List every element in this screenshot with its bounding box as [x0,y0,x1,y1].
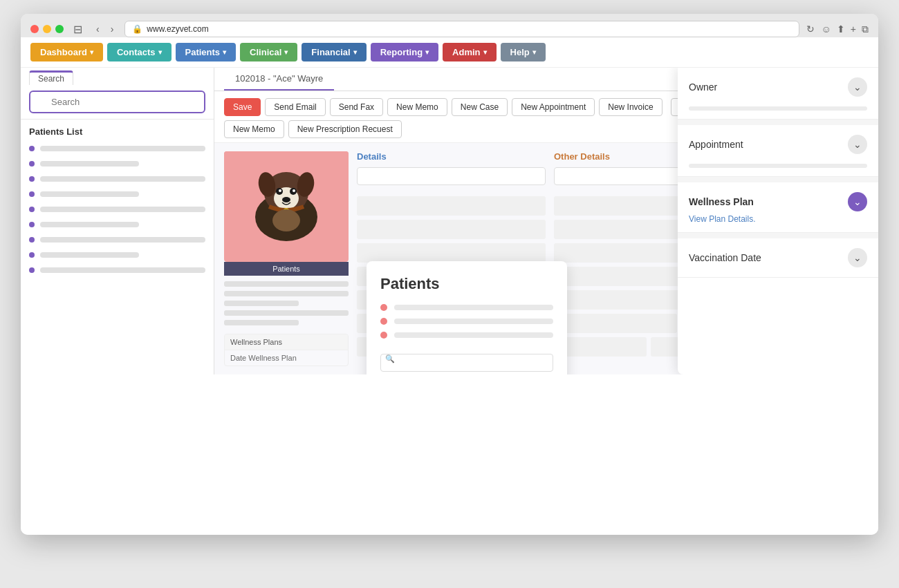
nav-clinical[interactable]: Clinical ▾ [240,43,297,61]
account-button[interactable]: ☺ [822,23,831,35]
appointment-collapse-button[interactable]: ⌄ [848,135,867,154]
list-item[interactable] [21,156,214,171]
sidebar-toggle-button[interactable]: ⊟ [71,21,85,37]
owner-header[interactable]: Owner ⌄ [678,68,878,106]
owner-title: Owner [689,82,717,93]
new-appointment-button[interactable]: New Appointment [512,98,595,116]
nav-admin-label: Admin [452,47,480,57]
nav-dashboard-label: Dashboard [40,47,87,57]
send-fax-button[interactable]: Send Fax [330,98,383,116]
field-row [357,196,546,216]
panel-gap [678,120,878,125]
patient-tab[interactable]: 102018 - "Ace" Wayre [224,68,334,91]
forward-button[interactable]: › [106,22,118,36]
admin-arrow: ▾ [483,48,487,56]
nav-patients[interactable]: Patients ▾ [176,43,237,61]
reload-button[interactable]: ↻ [806,23,815,35]
patient-line [40,176,205,182]
search-input[interactable] [29,91,205,113]
dog-svg [224,151,349,248]
patient-dot [29,237,35,243]
popup-search-input[interactable] [380,354,553,372]
new-case-button[interactable]: New Case [452,98,508,116]
owner-section: Owner ⌄ [678,68,878,120]
dog-image [224,151,349,262]
help-arrow: ▾ [532,48,536,56]
popup-line [394,319,553,324]
financial-arrow: ▾ [353,48,357,56]
list-item[interactable] [21,217,214,232]
patients-list-title: Patients List [21,120,214,141]
vaccination-collapse-button[interactable]: ⌄ [848,248,867,267]
nav-financial-label: Financial [311,47,350,57]
new-tab-button[interactable]: + [851,23,856,35]
contacts-arrow: ▾ [158,48,162,56]
dog-image-block: Patients Wellness Plans Date Wellness Pl… [224,151,349,366]
popup-search-icon: 🔍 [385,354,395,363]
patient-dot [29,161,35,167]
patient-line [40,267,205,273]
browser-dots [30,25,64,33]
vaccination-title: Vaccination Date [689,252,761,263]
more-button[interactable]: ⧉ [862,23,869,35]
nav-buttons: ‹ › [92,22,118,36]
list-item[interactable] [21,232,214,247]
nav-help[interactable]: Help ▾ [501,43,546,61]
field-row [357,243,546,263]
vaccination-section: Vaccination Date ⌄ [678,238,878,278]
new-memo-button[interactable]: New Memo [387,98,447,116]
list-item[interactable] [21,263,214,278]
popup-list-item [380,318,553,325]
new-invoice-button[interactable]: New Invoice [599,98,662,116]
dog-label: Patients [224,262,349,276]
vaccination-header[interactable]: Vaccination Date ⌄ [678,238,878,277]
panel-gap-3 [678,233,878,238]
appointment-title: Appointment [689,139,743,150]
patient-line [40,252,139,258]
patients-arrow: ▾ [223,48,226,56]
maximize-dot[interactable] [55,25,64,33]
nav-admin[interactable]: Admin ▾ [443,43,496,61]
list-item[interactable] [21,171,214,187]
nav-financial[interactable]: Financial ▾ [302,43,366,61]
wellness-plan-header: Wellness Plan ⌄ [678,182,878,214]
info-line [224,320,299,325]
owner-line [689,106,867,111]
sidebar: Search 🔍 Patients List [21,68,214,374]
new-memo-2-button[interactable]: New Memo [224,120,284,138]
send-email-button[interactable]: Send Email [265,98,325,116]
save-button[interactable]: Save [224,98,261,116]
patient-dot [29,176,35,182]
list-item[interactable] [21,202,214,217]
nav-reporting[interactable]: Reporting ▾ [371,43,438,61]
address-bar: 🔒 www.ezyvet.com [124,21,799,37]
details-search-input[interactable] [357,167,546,185]
wellness-plan-collapse-button[interactable]: ⌄ [848,192,867,211]
close-dot[interactable] [30,25,39,33]
wellness-plan-title: Wellness Plan [689,196,754,207]
list-item[interactable] [21,141,214,156]
patient-dot [29,252,35,258]
minimize-dot[interactable] [43,25,51,33]
browser-window: ⊟ ‹ › 🔒 www.ezyvet.com ↻ ☺ ⬆ + ⧉ Dashboa… [21,14,878,535]
list-item[interactable] [21,187,214,202]
wellness-plans-header: Wellness Plans [225,334,348,350]
share-button[interactable]: ⬆ [837,23,845,35]
patient-dot [29,146,35,151]
search-tab[interactable]: Search [29,70,73,85]
appointment-section: Appointment ⌄ [678,125,878,177]
wellness-section: Wellness Plans Date Wellness Plan [224,334,349,366]
wellness-plan-sub[interactable]: View Plan Details. [678,214,878,232]
owner-collapse-button[interactable]: ⌄ [848,77,867,97]
back-button[interactable]: ‹ [92,22,104,36]
nav-dashboard[interactable]: Dashboard ▾ [30,43,103,61]
list-item[interactable] [21,247,214,263]
nav-reporting-label: Reporting [380,47,423,57]
browser-actions: ☺ ⬆ + ⧉ [822,23,869,35]
appointment-header[interactable]: Appointment ⌄ [678,125,878,164]
new-prescription-button[interactable]: New Prescription Recuest [288,120,402,138]
dog-info-lines [224,281,349,325]
popup-line [394,305,553,310]
search-box-wrapper: 🔍 [21,85,214,120]
nav-contacts[interactable]: Contacts ▾ [107,43,172,61]
